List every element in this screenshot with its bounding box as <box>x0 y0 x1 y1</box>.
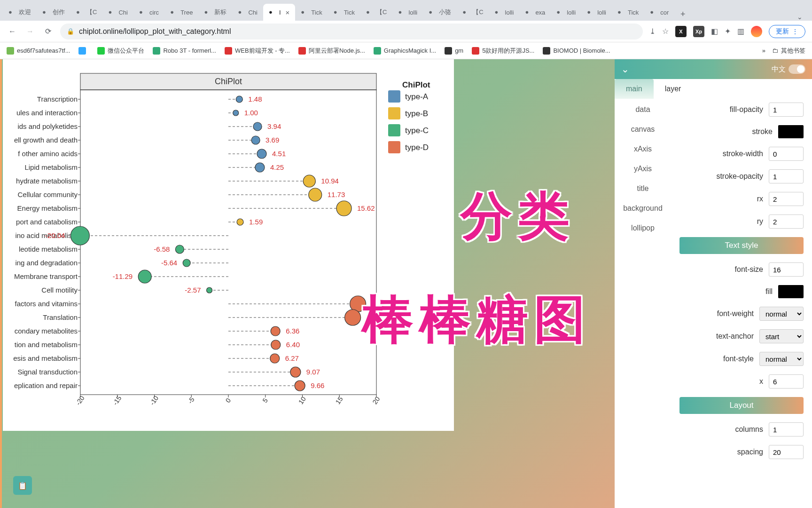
bookmark-item[interactable]: 5款好用的开源JS... <box>472 47 534 55</box>
font-weight-select[interactable]: normal <box>759 307 804 321</box>
font-size-input[interactable] <box>769 262 804 277</box>
lollipop-point[interactable] <box>303 175 315 187</box>
lollipop-point[interactable] <box>183 259 190 267</box>
lollipop-point[interactable] <box>237 219 243 225</box>
lollipop-point[interactable] <box>295 381 305 391</box>
fill-opacity-input[interactable] <box>769 103 804 117</box>
legend-swatch[interactable] <box>388 90 400 103</box>
chevron-down-icon[interactable]: ⌄ <box>621 64 629 75</box>
ry-input[interactable] <box>769 214 804 229</box>
browser-tab[interactable]: ●【C <box>360 4 392 21</box>
bookmark-item[interactable] <box>78 47 89 55</box>
rx-input[interactable] <box>769 192 804 206</box>
browser-tab[interactable]: ●Tree <box>164 4 198 21</box>
sidepanel-icon[interactable]: ▥ <box>737 27 744 36</box>
menu-item-lollipop[interactable]: lollipop <box>631 224 655 232</box>
lollipop-point[interactable] <box>345 310 361 325</box>
browser-tab[interactable]: ●小骆 <box>423 4 457 21</box>
close-icon[interactable]: × <box>286 8 290 16</box>
profile-avatar[interactable] <box>751 26 762 37</box>
install-icon[interactable]: ⤓ <box>649 27 656 36</box>
bookmark-item[interactable]: GraphicsMagick I... <box>374 47 436 55</box>
language-toggle[interactable]: 中文 <box>772 64 805 74</box>
browser-tab[interactable]: ●circ <box>133 4 164 21</box>
font-style-select[interactable]: normal <box>759 352 804 366</box>
browser-tab[interactable]: ●新标 <box>198 4 232 21</box>
panel-tab-layer[interactable]: layer <box>654 79 693 99</box>
lollipop-point[interactable] <box>309 188 322 201</box>
menu-item-canvas[interactable]: canvas <box>631 125 655 134</box>
stroke-color-swatch[interactable] <box>778 125 804 138</box>
lollipop-point[interactable] <box>257 149 266 159</box>
lollipop-point[interactable] <box>251 136 260 144</box>
browser-tab[interactable]: ●lolli <box>551 4 581 21</box>
legend-swatch[interactable] <box>388 107 400 119</box>
lollipop-point[interactable] <box>336 201 351 216</box>
menu-item-yAxis[interactable]: yAxis <box>634 165 652 173</box>
browser-tab[interactable]: ●Tick <box>328 4 360 21</box>
browser-tab[interactable]: ●【C <box>70 4 102 21</box>
legend-swatch[interactable] <box>388 124 400 136</box>
x-input[interactable] <box>769 374 804 389</box>
bookmark-item[interactable]: WEB前端开发 - 专... <box>225 47 290 55</box>
extension-icon[interactable]: X <box>675 26 687 37</box>
lollipop-point[interactable] <box>270 354 280 363</box>
bookmark-item[interactable]: 阿里云部署Node.js... <box>298 47 365 55</box>
bookmark-item[interactable]: 微信公众平台 <box>97 47 144 55</box>
lollipop-point[interactable] <box>236 96 242 103</box>
lollipop-point[interactable] <box>175 245 184 254</box>
lollipop-point[interactable] <box>207 287 212 293</box>
bookmark-item[interactable]: esd6f7safuteas7tf... <box>7 47 70 55</box>
menu-item-title[interactable]: title <box>637 184 649 193</box>
panel-tab-main[interactable]: main <box>615 79 654 99</box>
lollipop-point[interactable] <box>138 270 151 283</box>
menu-item-xAxis[interactable]: xAxis <box>634 145 652 153</box>
browser-tab[interactable]: ●【C <box>457 4 489 21</box>
lollipop-point[interactable] <box>271 340 281 349</box>
update-button[interactable]: 更新⋮ <box>769 25 805 38</box>
browser-tab[interactable]: ●Tick <box>612 4 644 21</box>
edit-fab-button[interactable]: 📋 <box>13 476 32 495</box>
browser-tab[interactable]: ●Chi <box>102 4 133 21</box>
browser-tab[interactable]: ●lolli <box>581 4 612 21</box>
columns-input[interactable] <box>769 422 804 437</box>
forward-button[interactable]: → <box>24 26 36 37</box>
browser-tab[interactable]: ●lolli <box>489 4 520 21</box>
menu-item-background[interactable]: background <box>623 204 663 213</box>
new-tab-button[interactable]: + <box>676 8 689 21</box>
fill-color-swatch[interactable] <box>778 285 804 298</box>
browser-tab[interactable]: ●lolli <box>392 4 423 21</box>
stroke-width-input[interactable] <box>769 147 804 161</box>
extension-icon[interactable]: Xp <box>693 26 704 37</box>
lollipop-point[interactable] <box>271 326 280 336</box>
lollipop-point[interactable] <box>255 163 265 172</box>
browser-tab[interactable]: ●创作 <box>37 4 70 21</box>
url-field[interactable]: 🔒 chiplot.online/lollipop_plot_with_cate… <box>60 24 643 40</box>
lollipop-point[interactable] <box>70 226 89 245</box>
lollipop-point[interactable] <box>290 367 301 377</box>
bookmark-item[interactable]: BIOMOD | Biomole... <box>543 47 610 55</box>
bookmark-item[interactable]: gm <box>445 47 463 55</box>
extensions-icon[interactable]: ✦ <box>725 27 731 36</box>
lollipop-point[interactable] <box>233 110 239 116</box>
browser-tab[interactable]: ●I× <box>263 4 295 21</box>
browser-tab[interactable]: ●Chi <box>232 4 263 21</box>
lollipop-point[interactable] <box>253 122 262 131</box>
extension-icon[interactable]: ◧ <box>711 27 718 36</box>
menu-item-data[interactable]: data <box>635 105 650 114</box>
legend-swatch[interactable] <box>388 141 400 153</box>
tabs-dropdown-icon[interactable]: ⌄ <box>790 13 809 21</box>
toggle-switch[interactable] <box>789 64 805 74</box>
text-anchor-select[interactable]: start <box>759 329 804 343</box>
browser-tab[interactable]: ●cor <box>644 4 674 21</box>
back-button[interactable]: ← <box>7 26 18 37</box>
spacing-input[interactable] <box>769 445 804 459</box>
bookmark-item[interactable]: Robo 3T - formerl... <box>153 47 216 55</box>
browser-tab[interactable]: ●exa <box>519 4 551 21</box>
stroke-opacity-input[interactable] <box>769 169 804 183</box>
overflow-icon[interactable]: » <box>762 47 765 54</box>
bookmark-star-icon[interactable]: ☆ <box>662 27 669 36</box>
browser-tab[interactable]: ●Tick <box>295 4 328 21</box>
other-bookmarks[interactable]: 🗀其他书签 <box>772 47 805 55</box>
browser-tab[interactable]: ●欢迎 <box>3 4 37 21</box>
